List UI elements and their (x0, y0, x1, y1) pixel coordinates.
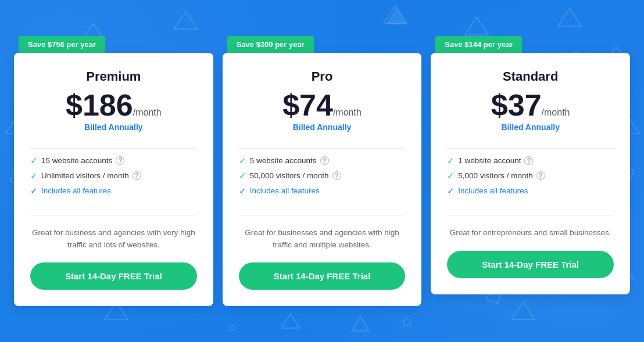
save-badge-pro: Save $300 per year (227, 36, 314, 53)
price-amount-premium: $186 (66, 88, 133, 122)
plan-wrapper-standard: Save $144 per yearStandard$37/monthBille… (431, 36, 630, 294)
feature-text-premium-1: Unlimited visitors / month (41, 171, 129, 180)
price-row-standard: $37/month (447, 90, 614, 120)
feature-item-premium-0: ✓15 website accounts? (30, 156, 197, 166)
divider-top-standard (447, 148, 614, 149)
feature-item-standard-0: ✓1 website account? (447, 156, 614, 166)
svg-marker-2 (174, 12, 198, 29)
divider-top-pro (239, 148, 406, 149)
divider-top-premium (30, 148, 197, 149)
feature-text-premium-2: Includes all features (41, 186, 111, 195)
help-icon-standard-1[interactable]: ? (536, 171, 545, 180)
help-icon-premium-1[interactable]: ? (133, 171, 141, 180)
trial-button-standard[interactable]: Start 14-Day FREE Trial (447, 251, 614, 278)
billing-label-pro: Billed Annually (239, 123, 406, 132)
plan-name-standard: Standard (447, 69, 614, 84)
feature-text-standard-0: 1 website account (458, 156, 521, 165)
svg-marker-4 (465, 17, 488, 35)
svg-point-21 (403, 319, 410, 326)
feature-item-pro-2: ✓Includes all features (239, 186, 406, 196)
check-icon-standard-1: ✓ (447, 171, 455, 181)
pricing-card-standard: Standard$37/monthBilled Annually✓1 websi… (431, 53, 630, 294)
plan-wrapper-pro: Save $300 per yearPro$74/monthBilled Ann… (223, 36, 422, 307)
help-icon-standard-0[interactable]: ? (524, 156, 533, 165)
svg-point-22 (230, 325, 235, 331)
feature-item-standard-1: ✓5,000 visitors / month? (447, 171, 614, 181)
check-icon-premium-2: ✓ (30, 186, 38, 196)
description-premium: Great for business and agencies with ver… (30, 227, 197, 251)
feature-text-standard-1: 5,000 visitors / month (458, 171, 532, 180)
plan-name-pro: Pro (239, 69, 406, 84)
billing-label-premium: Billed Annually (30, 123, 197, 132)
check-icon-pro-1: ✓ (239, 171, 246, 181)
check-icon-pro-0: ✓ (239, 156, 246, 166)
svg-marker-3 (384, 6, 407, 23)
price-period-pro: /month (333, 107, 362, 117)
feature-text-pro-0: 5 website accounts (250, 156, 317, 165)
price-amount-pro: $74 (282, 88, 333, 122)
svg-marker-5 (558, 9, 581, 26)
trial-button-pro[interactable]: Start 14-Day FREE Trial (239, 262, 406, 290)
save-badge-premium: Save $756 per year (19, 36, 105, 53)
feature-item-pro-1: ✓50,000 visitors / month? (239, 171, 406, 181)
feature-item-pro-0: ✓5 website accounts? (239, 156, 406, 166)
price-amount-standard: $37 (491, 88, 542, 122)
pricing-card-premium: Premium$186/monthBilled Annually✓15 webs… (14, 53, 213, 307)
pricing-container: Save $756 per yearPremium$186/monthBille… (14, 36, 630, 307)
features-list-standard: ✓1 website account?✓5,000 visitors / mon… (447, 156, 614, 201)
plan-name-premium: Premium (30, 69, 197, 84)
svg-marker-26 (386, 7, 407, 24)
features-list-premium: ✓15 website accounts?✓Unlimited visitors… (30, 156, 197, 201)
features-list-pro: ✓5 website accounts?✓50,000 visitors / m… (239, 156, 406, 201)
plan-wrapper-premium: Save $756 per yearPremium$186/monthBille… (14, 36, 213, 307)
billing-label-standard: Billed Annually (447, 123, 614, 132)
check-icon-standard-0: ✓ (447, 156, 455, 166)
divider-bottom-standard (447, 215, 614, 215)
description-standard: Great for entrepreneurs and small busine… (447, 227, 614, 239)
divider-bottom-pro (239, 215, 406, 215)
feature-item-premium-1: ✓Unlimited visitors / month? (30, 171, 197, 181)
feature-text-pro-2: Includes all features (250, 186, 320, 195)
feature-text-pro-1: 50,000 visitors / month (250, 171, 329, 180)
help-icon-pro-0[interactable]: ? (320, 156, 329, 165)
price-period-standard: /month (542, 107, 570, 117)
check-icon-premium-0: ✓ (30, 156, 38, 166)
feature-item-premium-2: ✓Includes all features (30, 186, 197, 196)
help-icon-premium-0[interactable]: ? (116, 156, 124, 165)
price-row-premium: $186/month (30, 90, 197, 120)
feature-item-standard-2: ✓Includes all features (447, 186, 614, 196)
feature-text-premium-0: 15 website accounts (41, 156, 112, 165)
check-icon-premium-1: ✓ (30, 171, 38, 181)
save-badge-standard: Save $144 per year (435, 36, 522, 53)
svg-marker-24 (352, 316, 369, 331)
price-period-premium: /month (133, 107, 162, 117)
pricing-card-pro: Pro$74/monthBilled Annually✓5 website ac… (223, 53, 422, 307)
check-icon-standard-2: ✓ (447, 186, 455, 196)
check-icon-pro-2: ✓ (239, 186, 246, 196)
description-pro: Great for businesses and agencies with h… (239, 227, 406, 251)
help-icon-pro-1[interactable]: ? (332, 171, 341, 180)
feature-text-standard-2: Includes all features (458, 186, 528, 195)
svg-marker-23 (282, 314, 299, 328)
trial-button-premium[interactable]: Start 14-Day FREE Trial (30, 262, 197, 290)
price-row-pro: $74/month (239, 90, 406, 120)
divider-bottom-premium (30, 215, 197, 215)
